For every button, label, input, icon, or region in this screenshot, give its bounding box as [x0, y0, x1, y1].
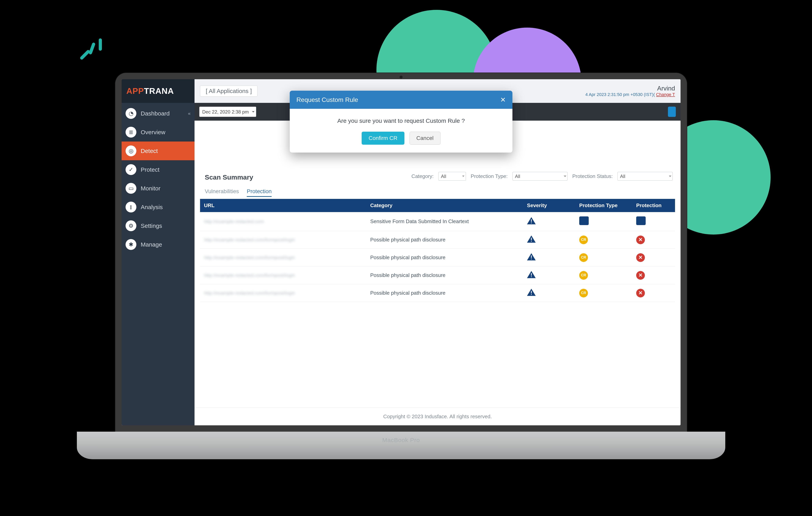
toolbar-action-button[interactable]: [668, 107, 676, 117]
timestamp-text: 4 Apr 2023 2:31:50 pm +0530 (IST): [585, 92, 654, 97]
gears-icon: ⚙: [125, 220, 136, 231]
table-header: URL Category Severity Protection Type Pr…: [200, 199, 675, 212]
code-badge-icon[interactable]: [579, 217, 589, 225]
col-category: Category: [367, 199, 523, 212]
tab-vulnerabilities[interactable]: Vulnerabilities: [205, 188, 239, 197]
sidebar-item-analysis[interactable]: ⫿Analysis: [122, 198, 195, 217]
tab-protection[interactable]: Protection: [247, 188, 271, 197]
cr-badge-icon[interactable]: CR: [579, 253, 588, 262]
dashboard-icon: ◔: [125, 108, 136, 119]
sidebar-item-monitor[interactable]: ▭Monitor: [122, 179, 195, 198]
overview-icon: ≣: [125, 127, 136, 138]
filter-pstatus-select[interactable]: All: [617, 172, 673, 180]
sidebar-item-label: Manage: [141, 241, 162, 248]
footer: Copyright © 2023 Indusface. All rights r…: [195, 408, 680, 425]
tabs: Vulnerabilities Protection: [205, 188, 675, 197]
svg-rect-4: [531, 255, 532, 258]
sidebar-item-label: Monitor: [141, 185, 161, 192]
screen: APPTRANA ◔Dashboard«≣Overview◎Detect✓Pro…: [122, 79, 680, 425]
filter-category-label: Category:: [411, 173, 434, 179]
modal-close-icon[interactable]: ✕: [500, 96, 506, 104]
svg-rect-9: [531, 294, 532, 295]
content-area: Scan Summary Category: All Protection Ty…: [195, 121, 680, 408]
col-severity: Severity: [523, 199, 575, 212]
copyright-text: Copyright © 2023 Indusface. All rights r…: [383, 413, 492, 420]
svg-rect-0: [531, 219, 532, 222]
sidebar-item-label: Analysis: [141, 204, 163, 210]
sidebar-item-protect[interactable]: ✓Protect: [122, 160, 195, 179]
cr-badge-icon[interactable]: CR: [579, 235, 588, 244]
fail-badge-icon[interactable]: ✕: [636, 289, 645, 297]
severity-warning-icon: [527, 271, 536, 278]
row-url: http://example-redacted.com/formpost/log…: [204, 255, 295, 260]
severity-warning-icon: [527, 253, 536, 261]
row-category: Possible physical path disclosure: [367, 249, 523, 266]
col-pstatus: Protection: [632, 199, 675, 212]
svg-rect-6: [531, 273, 532, 276]
filter-category-select[interactable]: All: [438, 172, 466, 180]
row-category: Possible physical path disclosure: [367, 266, 523, 284]
chevron-left-icon: «: [188, 111, 191, 116]
modal-actions: Confirm CR Cancel: [290, 130, 513, 152]
svg-rect-3: [531, 241, 532, 241]
sidebar-item-settings[interactable]: ⚙Settings: [122, 217, 195, 235]
table-row[interactable]: http://example-redacted.com/formpost/log…: [200, 231, 675, 249]
table-body: http://example-redacted.comSensitive For…: [200, 212, 675, 302]
cr-badge-icon[interactable]: CR: [579, 289, 588, 297]
col-ptype: Protection Type: [575, 199, 632, 212]
cr-badge-icon[interactable]: CR: [579, 271, 588, 280]
code-badge-icon[interactable]: [636, 217, 646, 225]
camera-icon: [400, 76, 402, 79]
sidebar-item-detect[interactable]: ◎Detect: [122, 142, 195, 160]
all-apps-selector[interactable]: [ All Applications ]: [200, 86, 257, 96]
results-table: URL Category Severity Protection Type Pr…: [200, 199, 675, 302]
sidebar-item-label: Detect: [141, 148, 158, 154]
row-category: Possible physical path disclosure: [367, 284, 523, 302]
brand-left: APP: [126, 86, 144, 96]
table-row[interactable]: http://example-redacted.comSensitive For…: [200, 212, 675, 231]
row-url: http://example-redacted.com/formpost/log…: [204, 237, 295, 242]
severity-warning-icon: [527, 289, 536, 296]
table-row[interactable]: http://example-redacted.com/formpost/log…: [200, 284, 675, 302]
svg-rect-7: [531, 276, 532, 277]
change-timezone-link[interactable]: Change T: [656, 92, 675, 97]
sidebar-nav: ◔Dashboard«≣Overview◎Detect✓Protect▭Moni…: [122, 103, 195, 254]
filter-ptype-select[interactable]: All: [513, 172, 568, 180]
confirm-modal: Request Custom Rule ✕ Are you sure you w…: [290, 91, 513, 152]
severity-warning-icon: [527, 235, 536, 243]
brand-logo[interactable]: APPTRANA: [122, 79, 195, 103]
sidebar-item-label: Dashboard: [141, 110, 170, 117]
filter-ptype-label: Protection Type:: [471, 173, 508, 179]
laptop-model-label: MacBook Pro: [382, 437, 420, 443]
fail-badge-icon[interactable]: ✕: [636, 235, 645, 244]
date-select[interactable]: Dec 22, 2020 2:38 pm: [199, 107, 256, 117]
row-category: Sensitive Form Data Submitted In Clearte…: [367, 212, 523, 231]
sidebar-item-dashboard[interactable]: ◔Dashboard«: [122, 104, 195, 123]
row-url: http://example-redacted.com/formpost/log…: [204, 273, 295, 278]
topbar-right: Arvind 4 Apr 2023 2:31:50 pm +0530 (IST)…: [585, 85, 675, 97]
timestamp: 4 Apr 2023 2:31:50 pm +0530 (IST)(Change…: [585, 92, 675, 97]
fail-badge-icon[interactable]: ✕: [636, 253, 645, 262]
target-icon: ◎: [125, 145, 136, 156]
confirm-button[interactable]: Confirm CR: [361, 132, 404, 145]
row-category: Possible physical path disclosure: [367, 231, 523, 249]
user-name[interactable]: Arvind: [585, 85, 675, 92]
laptop-mockup: APPTRANA ◔Dashboard«≣Overview◎Detect✓Pro…: [105, 73, 698, 459]
table-row[interactable]: http://example-redacted.com/formpost/log…: [200, 266, 675, 284]
svg-rect-1: [531, 223, 532, 223]
laptop-lid: APPTRANA ◔Dashboard«≣Overview◎Detect✓Pro…: [115, 73, 687, 432]
sidebar-item-manage[interactable]: ✱Manage: [122, 235, 195, 254]
cancel-button[interactable]: Cancel: [410, 132, 440, 145]
svg-rect-2: [531, 238, 532, 240]
sidebar: APPTRANA ◔Dashboard«≣Overview◎Detect✓Pro…: [122, 79, 195, 425]
severity-warning-icon: [527, 217, 536, 225]
fail-badge-icon[interactable]: ✕: [636, 271, 645, 280]
row-url: http://example-redacted.com/formpost/log…: [204, 290, 295, 296]
svg-rect-5: [531, 259, 532, 259]
sidebar-item-overview[interactable]: ≣Overview: [122, 123, 195, 142]
modal-title: Request Custom Rule: [296, 96, 358, 104]
svg-rect-8: [531, 291, 532, 293]
modal-header: Request Custom Rule ✕: [290, 91, 513, 109]
table-row[interactable]: http://example-redacted.com/formpost/log…: [200, 249, 675, 266]
chart-icon: ⫿: [125, 202, 136, 212]
